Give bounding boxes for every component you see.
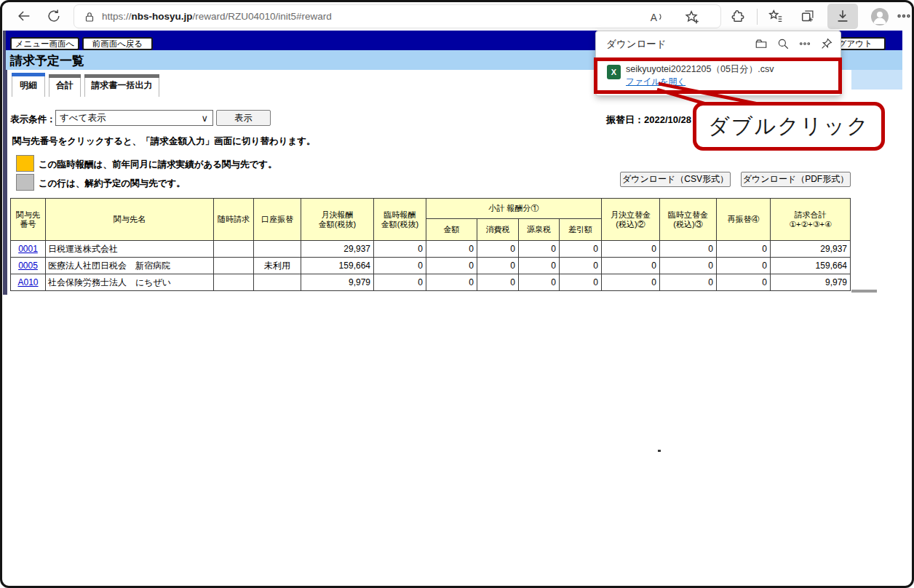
legend-text-2: この行は、解約予定の関与先です。 (39, 178, 186, 190)
table-cell: 0 (477, 241, 519, 258)
table-cell: 0 (374, 258, 426, 274)
transfer-date: 振替日：2022/10/28 (606, 114, 691, 127)
toolbar-separator (757, 9, 758, 25)
table-cell: 医療法人社団日税会 新宿病院 (46, 258, 214, 274)
col-header-total: 請求合計 ①+②+③+④ (771, 199, 851, 241)
table-cell: 9,979 (301, 274, 374, 291)
table-cell (214, 274, 254, 291)
table-cell: 0 (660, 258, 717, 274)
pin-icon[interactable] (820, 37, 833, 50)
back-icon[interactable] (16, 8, 32, 24)
table-cell: 9,979 (771, 274, 851, 291)
table-cell: 0 (426, 258, 477, 274)
client-number-link[interactable]: 0005 (18, 261, 38, 271)
table-cell (254, 274, 301, 291)
title-bar-right-patch (851, 70, 902, 90)
profile-avatar-icon[interactable] (871, 8, 889, 25)
browser-toolbar: https://nbs-hosyu.jp/reward/RZU04010/ini… (2, 2, 912, 31)
url-path: /reward/RZU04010/init5#reward (193, 11, 332, 22)
chevron-down-icon: ∨ (201, 111, 208, 126)
display-condition-select[interactable]: すべて表示 ∨ (55, 110, 213, 126)
table-cell: 0 (602, 258, 660, 274)
col-header-monthly-adv: 月決立替金 (税込)② (602, 199, 660, 241)
client-number-link[interactable]: 0001 (18, 244, 38, 254)
url-text[interactable]: https://nbs-hosyu.jp/reward/RZU04010/ini… (102, 11, 332, 22)
table-cell: 0 (660, 241, 717, 258)
display-button[interactable]: 表示 (216, 110, 271, 126)
table-cell: 0 (560, 241, 602, 258)
table-cell: 0 (660, 274, 717, 291)
read-aloud-icon[interactable]: A (648, 9, 664, 25)
page-title: 請求予定一覧 (10, 52, 84, 69)
table-body: 0001日税運送株式会社29,9370000000029,9370005医療法人… (11, 241, 851, 291)
tab-seikyusho-output[interactable]: 請求書一括出力 (84, 74, 159, 97)
table-cell: 社会保険労務士法人 にちぜい (46, 274, 214, 291)
table-cell (214, 258, 254, 274)
tab-idle-bar (49, 74, 81, 78)
more-options-icon[interactable] (798, 37, 811, 50)
table-cell: 0 (560, 258, 602, 274)
table-cell: 0 (602, 241, 660, 258)
table-cell: 0001 (11, 241, 46, 258)
table-cell: 0 (477, 258, 519, 274)
tab-goukei[interactable]: 合計 (49, 74, 81, 97)
table-row: 0005医療法人社団日税会 新宿病院未利用159,66400000000159,… (11, 258, 851, 274)
table-cell: 0 (374, 274, 426, 291)
note-text: 関与先番号をクリックすると、「請求金額入力」画面に切り替わります。 (12, 135, 316, 148)
select-value: すべて表示 (60, 113, 106, 123)
col-header-subtotal-group: 小計 報酬分① (426, 199, 602, 219)
tab-label: 明細 (12, 79, 44, 92)
url-domain: nbs-hosyu.jp (132, 11, 193, 22)
url-scheme: https:// (102, 11, 132, 22)
lock-icon[interactable] (83, 10, 96, 23)
previous-screen-button[interactable]: 前画面へ戻る (82, 37, 153, 50)
open-file-link[interactable]: ファイルを開く (626, 76, 686, 87)
download-csv-button[interactable]: ダウンロード（CSV形式） (620, 172, 731, 187)
table-cell: 0005 (11, 258, 46, 274)
address-bar[interactable]: https://nbs-hosyu.jp/reward/RZU04010/ini… (73, 4, 721, 28)
col-header-temp-adv: 臨時立替金 (税込)③ (660, 199, 717, 241)
col-header-client-name: 関与先名 (46, 199, 214, 241)
collections-icon[interactable] (800, 8, 816, 24)
table-cell (214, 241, 254, 258)
extensions-icon[interactable] (730, 8, 746, 24)
tab-meisai[interactable]: 明細 (12, 73, 45, 97)
downloads-icon[interactable] (835, 8, 851, 24)
table-cell: 日税運送株式会社 (46, 241, 214, 258)
search-icon[interactable] (776, 37, 790, 50)
table-cell: 159,664 (301, 258, 374, 274)
table-row: 0001日税運送株式会社29,9370000000029,937 (11, 241, 851, 258)
more-menu-icon[interactable] (896, 8, 912, 24)
stray-mark (658, 450, 661, 452)
screenshot-stage: https://nbs-hosyu.jp/reward/RZU04010/ini… (0, 0, 914, 588)
refresh-icon[interactable] (46, 8, 62, 24)
table-cell: 0 (519, 274, 560, 291)
filter-label: 表示条件： (10, 114, 56, 126)
scrollbar-artifact (851, 290, 877, 293)
table-cell: 0 (374, 241, 426, 258)
table-cell: 0 (519, 258, 560, 274)
tab-label: 合計 (49, 79, 80, 92)
favorites-hub-icon[interactable] (768, 8, 784, 24)
download-pdf-button[interactable]: ダウンロード（PDF形式） (741, 172, 851, 187)
col-header-client-no: 関与先 番号 (11, 199, 46, 241)
table-cell: 0 (519, 241, 560, 258)
table-cell: 29,937 (301, 241, 374, 258)
tab-label: 請求書一括出力 (85, 79, 159, 92)
downloaded-file-name[interactable]: seikyuyotei20221205（05日分）.csv (626, 63, 774, 76)
client-number-link[interactable]: A010 (17, 277, 38, 287)
add-favorite-icon[interactable] (684, 9, 700, 25)
annotation-callout: ダブルクリック (693, 102, 885, 151)
table-cell: 未利用 (254, 258, 301, 274)
table-cell: 0 (602, 274, 660, 291)
window-edge-artifact (3, 31, 7, 295)
open-folder-icon[interactable] (755, 37, 768, 50)
table-cell (254, 241, 301, 258)
csv-file-icon: X (607, 65, 621, 79)
menu-screen-button[interactable]: メニュー画面へ (10, 37, 79, 50)
legend-text-1: この臨時報酬は、前年同月に請求実績がある関与先です。 (39, 159, 277, 171)
col-header-monthly: 月決報酬 金額(税抜) (301, 199, 374, 241)
tab-active-bar (12, 73, 45, 76)
legend-swatch-orange (16, 155, 34, 172)
tab-idle-bar (84, 74, 159, 78)
